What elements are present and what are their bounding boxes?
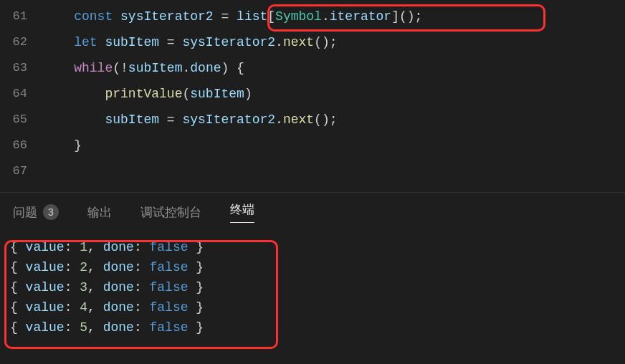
code-content: printValue(subItem) xyxy=(43,81,252,107)
code-content: subItem = sysIterator2.next(); xyxy=(43,107,338,133)
problems-count-badge: 3 xyxy=(43,204,59,220)
terminal-line: { value: 5, done: false } xyxy=(10,317,615,337)
tab-output[interactable]: 输出 xyxy=(87,201,112,223)
terminal-line: { value: 2, done: false } xyxy=(10,257,615,277)
line-number: 64 xyxy=(0,81,43,107)
line-number: 65 xyxy=(0,107,43,133)
code-line[interactable]: 62 let subItem = sysIterator2.next(); xyxy=(0,29,625,55)
terminal-line: { value: 3, done: false } xyxy=(10,277,615,297)
tab-debug-label: 调试控制台 xyxy=(140,204,201,221)
code-line[interactable]: 67 xyxy=(0,158,625,184)
line-number: 62 xyxy=(0,29,43,55)
code-content: } xyxy=(43,133,82,158)
panel-tabs: 问题 3 输出 调试控制台 终端 xyxy=(0,192,625,230)
terminal-panel[interactable]: { value: 1, done: false }{ value: 2, don… xyxy=(0,230,625,350)
line-number: 63 xyxy=(0,55,43,81)
code-editor[interactable]: 61 const sysIterator2 = list[Symbol.iter… xyxy=(0,0,625,188)
line-number: 67 xyxy=(0,158,43,184)
line-number: 61 xyxy=(0,4,43,29)
line-number: 66 xyxy=(0,133,43,158)
terminal-line: { value: 4, done: false } xyxy=(10,297,615,317)
code-line[interactable]: 64 printValue(subItem) xyxy=(0,81,625,107)
code-line[interactable]: 61 const sysIterator2 = list[Symbol.iter… xyxy=(0,4,625,29)
code-lines-container: 61 const sysIterator2 = list[Symbol.iter… xyxy=(0,4,625,184)
tab-terminal[interactable]: 终端 xyxy=(230,201,254,223)
tab-problems-label: 问题 xyxy=(13,204,37,221)
code-content: while(!subItem.done) { xyxy=(43,55,244,81)
code-line[interactable]: 63 while(!subItem.done) { xyxy=(0,55,625,81)
tab-debug-console[interactable]: 调试控制台 xyxy=(140,201,201,223)
tab-terminal-label: 终端 xyxy=(230,201,254,218)
code-content: const sysIterator2 = list[Symbol.iterato… xyxy=(43,4,422,29)
tab-output-label: 输出 xyxy=(87,204,112,221)
terminal-output-container: { value: 1, done: false }{ value: 2, don… xyxy=(10,237,615,337)
code-line[interactable]: 65 subItem = sysIterator2.next(); xyxy=(0,107,625,133)
terminal-line: { value: 1, done: false } xyxy=(10,237,615,257)
code-content: let subItem = sysIterator2.next(); xyxy=(43,29,338,55)
code-line[interactable]: 66 } xyxy=(0,133,625,158)
tab-problems[interactable]: 问题 3 xyxy=(13,201,59,223)
